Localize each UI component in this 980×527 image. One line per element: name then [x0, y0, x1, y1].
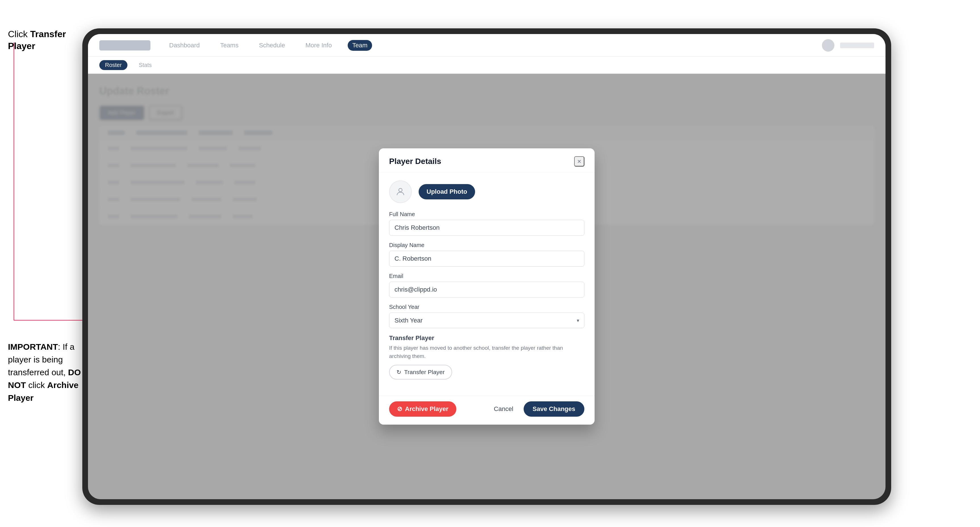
important-instruction: IMPORTANT: If a player is being transfer… [8, 340, 90, 404]
nav-item-dashboard[interactable]: Dashboard [165, 40, 204, 51]
full-name-label: Full Name [389, 211, 584, 217]
important-text: IMPORTANT: If a player is being transfer… [8, 340, 90, 404]
modal-close-button[interactable]: × [574, 156, 584, 167]
content-area: Update Roster Add Player Export [88, 74, 886, 499]
sub-header: Roster Stats [88, 57, 886, 74]
email-group: Email [389, 273, 584, 298]
transfer-player-button[interactable]: ↻ Transfer Player [389, 365, 452, 379]
school-year-select[interactable]: First Year Second Year Third Year Fourth… [389, 313, 584, 328]
email-input[interactable] [389, 282, 584, 298]
header-right [822, 39, 874, 52]
display-name-input[interactable] [389, 251, 584, 267]
instruction-area: Click Transfer Player [8, 29, 88, 57]
do-not-text: click [26, 380, 47, 390]
transfer-player-title: Transfer Player [389, 334, 584, 342]
sub-nav-stats[interactable]: Stats [133, 60, 158, 70]
full-name-input[interactable] [389, 220, 584, 236]
display-name-label: Display Name [389, 242, 584, 248]
click-instruction: Click Transfer Player [8, 29, 88, 52]
email-label: Email [389, 273, 584, 279]
nav-item-moreinfo[interactable]: More Info [301, 40, 336, 51]
modal-title: Player Details [389, 157, 441, 166]
modal-header: Player Details × [379, 148, 595, 173]
modal-overlay: Player Details × [88, 74, 886, 499]
header-user-name [840, 43, 874, 48]
app-nav: Dashboard Teams Schedule More Info Team [165, 40, 822, 51]
nav-item-team-active[interactable]: Team [348, 40, 372, 51]
archive-player-button[interactable]: ⊘ Archive Player [389, 402, 457, 417]
footer-right-buttons: Cancel Save Changes [488, 402, 584, 417]
app-header: Dashboard Teams Schedule More Info Team [88, 34, 886, 57]
archive-icon: ⊘ [397, 405, 402, 413]
nav-item-schedule[interactable]: Schedule [254, 40, 290, 51]
app-logo [99, 40, 150, 51]
school-year-label: School Year [389, 304, 584, 310]
photo-section: Upload Photo [389, 180, 584, 203]
archive-player-btn-label: Archive Player [405, 405, 449, 413]
transfer-icon: ↻ [396, 369, 401, 376]
click-text: Click [8, 29, 30, 39]
modal-body: Upload Photo Full Name Display Name [379, 173, 595, 395]
school-year-group: School Year First Year Second Year Third… [389, 304, 584, 328]
transfer-player-description: If this player has moved to another scho… [389, 344, 584, 360]
sub-nav-roster[interactable]: Roster [99, 60, 127, 70]
transfer-player-btn-label: Transfer Player [404, 369, 445, 376]
header-avatar [822, 39, 834, 52]
full-name-group: Full Name [389, 211, 584, 236]
tablet-screen: Dashboard Teams Schedule More Info Team … [88, 34, 886, 499]
modal-footer: ⊘ Archive Player Cancel Save Changes [379, 395, 595, 425]
save-changes-button[interactable]: Save Changes [523, 402, 584, 417]
svg-point-0 [399, 188, 402, 192]
display-name-group: Display Name [389, 242, 584, 267]
upload-photo-button[interactable]: Upload Photo [418, 184, 475, 199]
player-details-modal: Player Details × [379, 148, 595, 425]
tablet-device: Dashboard Teams Schedule More Info Team … [82, 29, 891, 505]
arrow-vertical-line [14, 43, 14, 321]
main-content: Update Roster Add Player Export [88, 74, 886, 499]
transfer-player-section: Transfer Player If this player has moved… [389, 334, 584, 379]
school-year-select-wrapper: First Year Second Year Third Year Fourth… [389, 313, 584, 328]
nav-item-teams[interactable]: Teams [216, 40, 243, 51]
cancel-button[interactable]: Cancel [488, 402, 519, 417]
important-label: IMPORTANT [8, 342, 58, 351]
photo-placeholder [389, 180, 412, 203]
